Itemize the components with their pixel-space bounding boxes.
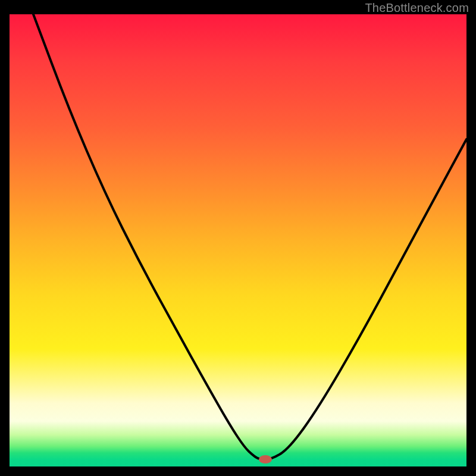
chart-frame: TheBottleneck.com	[0, 0, 476, 476]
plot-area	[10, 14, 466, 466]
minimum-marker	[259, 455, 272, 464]
curve-layer	[10, 14, 466, 466]
bottleneck-curve	[33, 14, 466, 459]
watermark-text: TheBottleneck.com	[365, 1, 469, 15]
